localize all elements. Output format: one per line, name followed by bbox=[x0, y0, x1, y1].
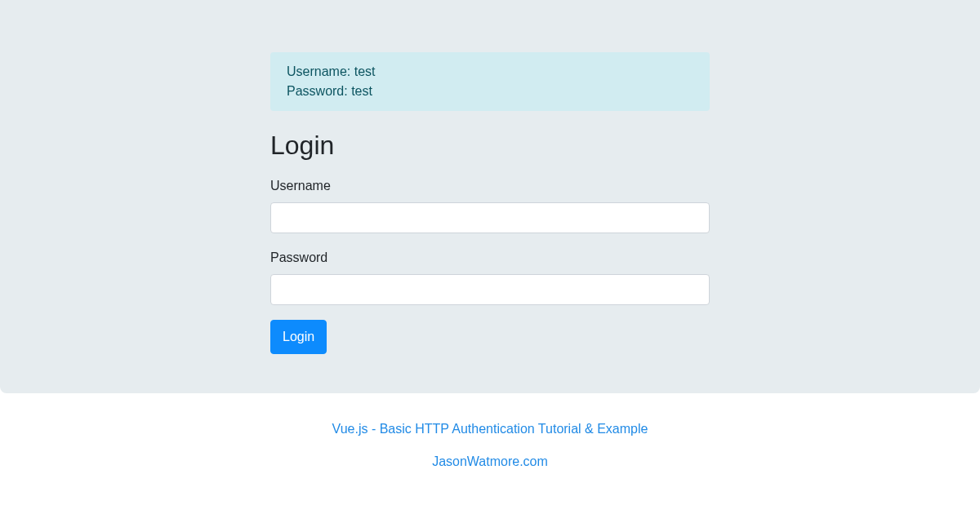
username-input[interactable] bbox=[270, 202, 710, 233]
password-label: Password bbox=[270, 248, 710, 268]
username-group: Username bbox=[270, 176, 710, 233]
password-input[interactable] bbox=[270, 274, 710, 305]
app-background: Username: test Password: test Login User… bbox=[0, 0, 980, 393]
alert-line-1: Username: test bbox=[287, 62, 693, 82]
footer-link-site[interactable]: JasonWatmore.com bbox=[432, 454, 548, 468]
login-button[interactable]: Login bbox=[270, 320, 327, 354]
username-label: Username bbox=[270, 176, 710, 196]
footer: Vue.js - Basic HTTP Authentication Tutor… bbox=[0, 393, 980, 501]
login-form: Username Password Login bbox=[270, 176, 710, 354]
login-container: Username: test Password: test Login User… bbox=[270, 52, 710, 354]
alert-line-2: Password: test bbox=[287, 82, 693, 101]
page-heading: Login bbox=[270, 126, 710, 165]
info-alert: Username: test Password: test bbox=[270, 52, 710, 111]
footer-link-tutorial[interactable]: Vue.js - Basic HTTP Authentication Tutor… bbox=[332, 422, 648, 436]
password-group: Password bbox=[270, 248, 710, 305]
